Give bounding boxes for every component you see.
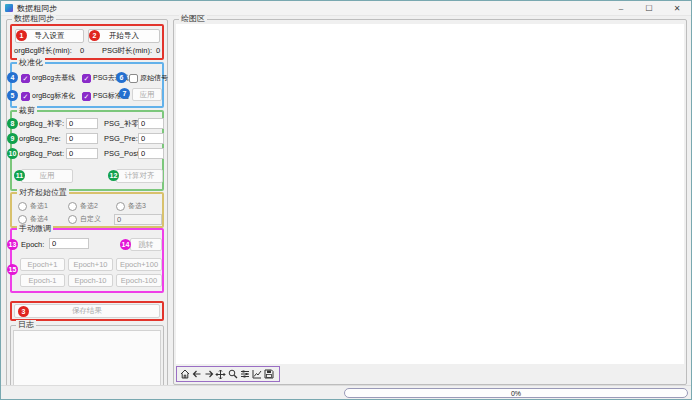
save-results-button[interactable]: 保存结果	[14, 304, 160, 318]
progress-bar: 0%	[344, 388, 688, 398]
radio-icon	[68, 215, 77, 224]
calibration-apply-button[interactable]: 应用	[132, 88, 162, 101]
crop-row-label: orgBcg_Post:	[19, 148, 64, 159]
epoch-minus-1-button[interactable]: Epoch-1	[20, 274, 65, 287]
radio-icon	[18, 202, 27, 211]
align-option-label: 备选1	[30, 201, 48, 211]
psg-zeropad-input[interactable]	[138, 118, 164, 129]
epoch-plus-1-button[interactable]: Epoch+1	[20, 258, 65, 271]
align-section: 对齐起始位置 备选1 备选2 备选3 备选4 自定义	[10, 192, 164, 228]
badge-15: 15	[7, 264, 18, 275]
align-custom-radio[interactable]: 自定义	[68, 214, 101, 224]
epoch-minus-100-button[interactable]: Epoch-100	[116, 274, 162, 287]
badge-13: 13	[7, 239, 18, 250]
orgbcg-duration-label: orgBcg时长(min):	[14, 45, 72, 56]
epoch-plus-100-button[interactable]: Epoch+100	[116, 258, 162, 271]
plot-canvas[interactable]	[176, 24, 684, 364]
align-custom-input[interactable]	[114, 214, 162, 225]
checkbox-checked-icon	[21, 92, 30, 101]
save-icon[interactable]	[263, 368, 274, 380]
status-bar: 0%	[1, 385, 691, 399]
calibration-title: 校准化	[17, 58, 45, 68]
crop-row-label: PSG_Pre:	[104, 133, 138, 144]
log-title: 日志	[16, 320, 36, 330]
badge-4: 4	[7, 72, 18, 83]
align-option-2-radio[interactable]: 备选2	[68, 201, 98, 211]
customize-icon[interactable]	[251, 368, 262, 380]
plot-title: 绘图区	[179, 14, 207, 24]
finetune-section: 手动微调 13 Epoch: 14 跳转 15 Epoch+1 Epoch+10…	[10, 228, 164, 293]
compute-align-button[interactable]: 计算对齐	[116, 169, 163, 183]
align-option-label: 备选2	[80, 201, 98, 211]
jump-button[interactable]: 跳转	[130, 238, 162, 251]
maximize-icon[interactable]: ☐	[635, 1, 663, 16]
orgbcg-detrend-label: orgBcg去基线	[32, 73, 75, 83]
checkbox-checked-icon	[82, 74, 91, 83]
badge-1: 1	[16, 30, 27, 41]
calibration-section: 校准化 4 orgBcg去基线 PSG去基线 6 原始信号 5 orgBcg标准…	[10, 62, 164, 108]
app-window: 数据粗同步 – ☐ ✕ 数据粗同步 1 导入设置 2 开始导入 orgBcg时长…	[0, 0, 692, 400]
app-icon	[5, 4, 13, 12]
left-panel-title: 数据粗同步	[12, 14, 56, 24]
badge-5: 5	[7, 90, 18, 101]
badge-11: 11	[14, 170, 25, 181]
crop-apply-button[interactable]: 应用	[21, 169, 73, 183]
psg-post-input[interactable]	[138, 148, 164, 159]
subplots-icon[interactable]	[239, 368, 250, 380]
badge-10: 10	[7, 148, 18, 159]
badge-14: 14	[120, 239, 131, 250]
window-title: 数据粗同步	[17, 3, 57, 14]
pan-icon[interactable]	[215, 368, 226, 380]
badge-7: 7	[119, 88, 130, 99]
crop-row-label: PSG_Post:	[104, 148, 141, 159]
checkbox-checked-icon	[21, 74, 30, 83]
orgbcg-duration-value: 0	[80, 45, 84, 56]
psg-duration-value: 0	[156, 45, 160, 56]
finetune-title: 手动微调	[17, 224, 53, 234]
epoch-input[interactable]	[49, 238, 89, 249]
badge-12: 12	[108, 170, 119, 181]
align-option-label: 自定义	[80, 214, 101, 224]
home-icon[interactable]	[179, 368, 190, 380]
orgbcg-pre-input[interactable]	[66, 133, 98, 144]
align-option-4-radio[interactable]: 备选4	[18, 214, 48, 224]
epoch-label: Epoch:	[21, 239, 44, 250]
psg-duration-label: PSG时长(min):	[102, 45, 152, 56]
crop-title: 裁剪	[17, 106, 37, 116]
orgbcg-post-input[interactable]	[66, 148, 98, 159]
close-icon[interactable]: ✕	[663, 1, 691, 16]
align-option-1-radio[interactable]: 备选1	[18, 201, 48, 211]
checkbox-checked-icon	[82, 92, 91, 101]
radio-icon	[68, 202, 77, 211]
raw-signal-checkbox[interactable]: 原始信号	[129, 73, 168, 83]
orgbcg-zeropad-input[interactable]	[66, 118, 98, 129]
psg-pre-input[interactable]	[138, 133, 164, 144]
align-option-3-radio[interactable]: 备选3	[116, 201, 146, 211]
title-bar: 数据粗同步 – ☐ ✕	[1, 1, 691, 16]
minimize-icon[interactable]: –	[607, 1, 635, 16]
orgbcg-detrend-checkbox[interactable]: orgBcg去基线	[21, 73, 75, 83]
radio-icon	[18, 215, 27, 224]
orgbcg-standardize-checkbox[interactable]: orgBcg标准化	[21, 91, 75, 101]
forward-icon[interactable]	[203, 368, 214, 380]
checkbox-unchecked-icon	[129, 74, 138, 83]
orgbcg-standardize-label: orgBcg标准化	[32, 91, 75, 101]
crop-row-label: PSG_补零:	[104, 118, 141, 129]
epoch-minus-10-button[interactable]: Epoch-10	[68, 274, 113, 287]
align-option-label: 备选4	[30, 214, 48, 224]
badge-9: 9	[7, 133, 18, 144]
plot-toolbar	[176, 366, 280, 382]
align-option-label: 备选3	[128, 201, 146, 211]
plot-group: 绘图区	[173, 19, 687, 385]
back-icon[interactable]	[191, 368, 202, 380]
zoom-icon[interactable]	[227, 368, 238, 380]
save-section: 3 保存结果	[10, 301, 164, 321]
badge-2: 2	[89, 30, 100, 41]
raw-signal-label: 原始信号	[140, 73, 168, 83]
badge-3: 3	[18, 306, 29, 317]
epoch-plus-10-button[interactable]: Epoch+10	[68, 258, 113, 271]
badge-6: 6	[116, 72, 127, 83]
log-textarea[interactable]	[13, 330, 161, 386]
align-title: 对齐起始位置	[17, 188, 69, 198]
crop-row-label: orgBcg_补零:	[19, 118, 64, 129]
